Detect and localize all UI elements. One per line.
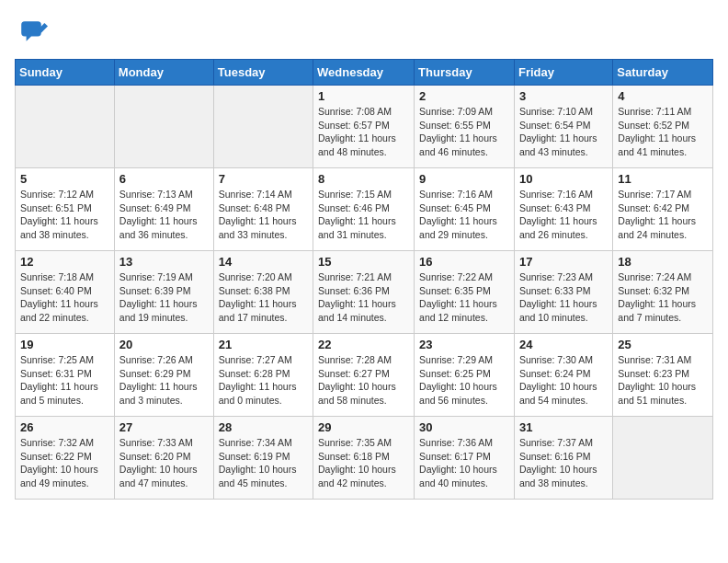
day-header-monday: Monday — [114, 60, 213, 86]
day-info: Sunrise: 7:09 AM Sunset: 6:55 PM Dayligh… — [419, 105, 509, 159]
calendar-cell — [213, 86, 313, 168]
day-number: 31 — [519, 420, 608, 434]
calendar-cell: 16Sunrise: 7:22 AM Sunset: 6:35 PM Dayli… — [415, 251, 515, 334]
day-info: Sunrise: 7:33 AM Sunset: 6:20 PM Dayligh… — [119, 436, 209, 490]
week-row-1: 1Sunrise: 7:08 AM Sunset: 6:57 PM Daylig… — [16, 86, 713, 168]
calendar-cell: 31Sunrise: 7:37 AM Sunset: 6:16 PM Dayli… — [514, 417, 612, 500]
day-number: 11 — [618, 172, 708, 186]
day-info: Sunrise: 7:11 AM Sunset: 6:52 PM Dayligh… — [618, 105, 708, 159]
day-number: 22 — [318, 338, 409, 351]
calendar-cell: 12Sunrise: 7:18 AM Sunset: 6:40 PM Dayli… — [16, 251, 115, 334]
day-number: 13 — [119, 255, 209, 269]
calendar-cell: 13Sunrise: 7:19 AM Sunset: 6:39 PM Dayli… — [114, 251, 213, 334]
day-header-friday: Friday — [514, 60, 612, 86]
calendar-cell: 25Sunrise: 7:31 AM Sunset: 6:23 PM Dayli… — [613, 334, 713, 417]
calendar-cell: 15Sunrise: 7:21 AM Sunset: 6:36 PM Dayli… — [313, 251, 415, 334]
day-info: Sunrise: 7:23 AM Sunset: 6:33 PM Dayligh… — [519, 270, 608, 325]
day-info: Sunrise: 7:32 AM Sunset: 6:22 PM Dayligh… — [20, 436, 109, 490]
day-number: 23 — [419, 338, 509, 351]
day-info: Sunrise: 7:22 AM Sunset: 6:35 PM Dayligh… — [419, 270, 509, 325]
day-header-wednesday: Wednesday — [313, 60, 415, 86]
day-number: 15 — [318, 255, 409, 269]
day-info: Sunrise: 7:13 AM Sunset: 6:49 PM Dayligh… — [119, 188, 209, 242]
day-header-tuesday: Tuesday — [213, 60, 313, 86]
calendar-cell: 29Sunrise: 7:35 AM Sunset: 6:18 PM Dayli… — [313, 417, 415, 500]
day-number: 7 — [219, 172, 308, 186]
day-number: 2 — [419, 89, 509, 103]
day-info: Sunrise: 7:20 AM Sunset: 6:38 PM Dayligh… — [219, 270, 308, 325]
day-info: Sunrise: 7:26 AM Sunset: 6:29 PM Dayligh… — [119, 353, 209, 408]
calendar-cell: 17Sunrise: 7:23 AM Sunset: 6:33 PM Dayli… — [514, 251, 612, 334]
day-info: Sunrise: 7:27 AM Sunset: 6:28 PM Dayligh… — [219, 353, 308, 408]
calendar-cell: 18Sunrise: 7:24 AM Sunset: 6:32 PM Dayli… — [613, 251, 713, 334]
day-number: 14 — [219, 255, 308, 269]
day-info: Sunrise: 7:19 AM Sunset: 6:39 PM Dayligh… — [119, 270, 209, 325]
week-row-5: 26Sunrise: 7:32 AM Sunset: 6:22 PM Dayli… — [16, 417, 713, 500]
day-number: 3 — [519, 89, 608, 103]
day-number: 17 — [519, 255, 608, 269]
calendar-cell: 2Sunrise: 7:09 AM Sunset: 6:55 PM Daylig… — [415, 86, 515, 168]
logo-icon — [15, 15, 48, 48]
day-info: Sunrise: 7:18 AM Sunset: 6:40 PM Dayligh… — [20, 270, 109, 325]
day-info: Sunrise: 7:14 AM Sunset: 6:48 PM Dayligh… — [219, 188, 308, 242]
day-info: Sunrise: 7:17 AM Sunset: 6:42 PM Dayligh… — [618, 188, 708, 242]
calendar-cell: 26Sunrise: 7:32 AM Sunset: 6:22 PM Dayli… — [16, 417, 115, 500]
day-number: 20 — [119, 338, 209, 351]
week-row-2: 5Sunrise: 7:12 AM Sunset: 6:51 PM Daylig… — [16, 168, 713, 251]
calendar-cell: 20Sunrise: 7:26 AM Sunset: 6:29 PM Dayli… — [114, 334, 213, 417]
day-number: 30 — [419, 420, 509, 434]
calendar-cell: 7Sunrise: 7:14 AM Sunset: 6:48 PM Daylig… — [213, 168, 313, 251]
calendar-cell: 27Sunrise: 7:33 AM Sunset: 6:20 PM Dayli… — [114, 417, 213, 500]
calendar-cell — [613, 417, 713, 500]
day-number: 18 — [618, 255, 708, 269]
day-info: Sunrise: 7:37 AM Sunset: 6:16 PM Dayligh… — [519, 436, 608, 490]
calendar-cell: 30Sunrise: 7:36 AM Sunset: 6:17 PM Dayli… — [415, 417, 515, 500]
day-info: Sunrise: 7:21 AM Sunset: 6:36 PM Dayligh… — [318, 270, 409, 325]
day-number: 16 — [419, 255, 509, 269]
day-header-sunday: Sunday — [16, 60, 115, 86]
day-number: 12 — [20, 255, 109, 269]
day-number: 26 — [20, 420, 109, 434]
day-number: 6 — [119, 172, 209, 186]
calendar-cell: 23Sunrise: 7:29 AM Sunset: 6:25 PM Dayli… — [415, 334, 515, 417]
calendar-cell: 11Sunrise: 7:17 AM Sunset: 6:42 PM Dayli… — [613, 168, 713, 251]
day-info: Sunrise: 7:16 AM Sunset: 6:45 PM Dayligh… — [419, 188, 509, 242]
calendar-cell: 21Sunrise: 7:27 AM Sunset: 6:28 PM Dayli… — [213, 334, 313, 417]
logo — [15, 15, 51, 48]
calendar-cell: 8Sunrise: 7:15 AM Sunset: 6:46 PM Daylig… — [313, 168, 415, 251]
day-number: 1 — [318, 89, 409, 103]
week-row-4: 19Sunrise: 7:25 AM Sunset: 6:31 PM Dayli… — [16, 334, 713, 417]
day-number: 19 — [20, 338, 109, 351]
day-info: Sunrise: 7:16 AM Sunset: 6:43 PM Dayligh… — [519, 188, 608, 242]
day-number: 10 — [519, 172, 608, 186]
calendar-cell: 22Sunrise: 7:28 AM Sunset: 6:27 PM Dayli… — [313, 334, 415, 417]
day-number: 4 — [618, 89, 708, 103]
calendar-cell: 19Sunrise: 7:25 AM Sunset: 6:31 PM Dayli… — [16, 334, 115, 417]
day-number: 28 — [219, 420, 308, 434]
day-info: Sunrise: 7:34 AM Sunset: 6:19 PM Dayligh… — [219, 436, 308, 490]
calendar-cell: 1Sunrise: 7:08 AM Sunset: 6:57 PM Daylig… — [313, 86, 415, 168]
calendar-table: SundayMondayTuesdayWednesdayThursdayFrid… — [15, 59, 713, 500]
day-info: Sunrise: 7:29 AM Sunset: 6:25 PM Dayligh… — [419, 353, 509, 408]
day-info: Sunrise: 7:15 AM Sunset: 6:46 PM Dayligh… — [318, 188, 409, 242]
day-number: 21 — [219, 338, 308, 351]
day-info: Sunrise: 7:12 AM Sunset: 6:51 PM Dayligh… — [20, 188, 109, 242]
day-info: Sunrise: 7:25 AM Sunset: 6:31 PM Dayligh… — [20, 353, 109, 408]
calendar-cell: 14Sunrise: 7:20 AM Sunset: 6:38 PM Dayli… — [213, 251, 313, 334]
day-info: Sunrise: 7:35 AM Sunset: 6:18 PM Dayligh… — [318, 436, 409, 490]
day-info: Sunrise: 7:24 AM Sunset: 6:32 PM Dayligh… — [618, 270, 708, 325]
calendar-cell: 9Sunrise: 7:16 AM Sunset: 6:45 PM Daylig… — [415, 168, 515, 251]
day-number: 25 — [618, 338, 708, 351]
calendar-cell: 5Sunrise: 7:12 AM Sunset: 6:51 PM Daylig… — [16, 168, 115, 251]
calendar-cell: 24Sunrise: 7:30 AM Sunset: 6:24 PM Dayli… — [514, 334, 612, 417]
day-info: Sunrise: 7:36 AM Sunset: 6:17 PM Dayligh… — [419, 436, 509, 490]
week-row-3: 12Sunrise: 7:18 AM Sunset: 6:40 PM Dayli… — [16, 251, 713, 334]
day-header-saturday: Saturday — [613, 60, 713, 86]
calendar-cell: 10Sunrise: 7:16 AM Sunset: 6:43 PM Dayli… — [514, 168, 612, 251]
day-info: Sunrise: 7:30 AM Sunset: 6:24 PM Dayligh… — [519, 353, 608, 408]
page-header — [15, 15, 713, 48]
day-number: 9 — [419, 172, 509, 186]
calendar-cell: 6Sunrise: 7:13 AM Sunset: 6:49 PM Daylig… — [114, 168, 213, 251]
day-number: 29 — [318, 420, 409, 434]
day-number: 24 — [519, 338, 608, 351]
